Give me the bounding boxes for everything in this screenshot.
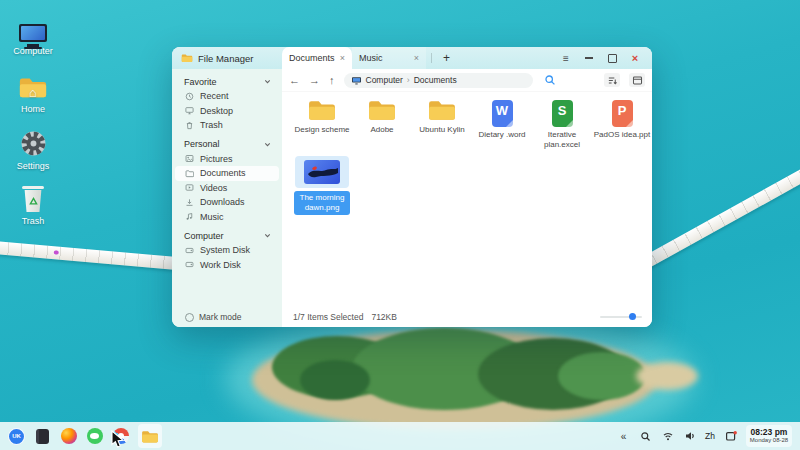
file-adobe[interactable]: Adobe bbox=[352, 98, 412, 150]
back-button[interactable]: ← bbox=[289, 75, 300, 86]
sidebar-section-favorite[interactable]: Favorite bbox=[172, 74, 282, 89]
panel-view-icon bbox=[632, 75, 643, 86]
sidebar-item-pictures[interactable]: Pictures bbox=[172, 152, 282, 167]
sidebar-section-personal[interactable]: Personal bbox=[172, 137, 282, 152]
window-menu-icon[interactable]: ≡ bbox=[560, 52, 572, 64]
folder-icon bbox=[185, 169, 194, 178]
sidebar-item-documents[interactable]: Documents bbox=[175, 166, 279, 181]
chevron-down-icon[interactable] bbox=[263, 231, 272, 240]
up-button[interactable]: ↑ bbox=[329, 75, 335, 86]
monitor-icon bbox=[185, 106, 194, 115]
desktop-icon-label: Settings bbox=[2, 161, 64, 171]
tab-close-icon[interactable]: × bbox=[340, 53, 345, 63]
sort-options-button[interactable] bbox=[604, 73, 620, 87]
settings-gear-icon bbox=[20, 130, 47, 157]
sidebar-item-work-disk[interactable]: Work Disk bbox=[172, 258, 282, 273]
disk-icon bbox=[185, 246, 194, 255]
image-icon bbox=[185, 154, 194, 163]
file-pados-idea-ppt[interactable]: P PadOS idea.ppt bbox=[592, 98, 652, 150]
file-dietary-word[interactable]: W Dietary .word bbox=[472, 98, 532, 150]
folder-icon bbox=[367, 98, 397, 122]
sort-icon bbox=[607, 75, 618, 86]
forward-button[interactable]: → bbox=[309, 75, 320, 86]
sidebar-item-trash[interactable]: Trash bbox=[172, 118, 282, 133]
taskbar-messenger[interactable] bbox=[86, 428, 103, 445]
taskbar-browser[interactable] bbox=[60, 428, 77, 445]
close-icon[interactable]: × bbox=[629, 52, 641, 64]
download-icon bbox=[185, 198, 194, 207]
tray-wifi-button[interactable] bbox=[661, 430, 674, 443]
folder-icon bbox=[427, 98, 457, 122]
tab-close-icon[interactable]: × bbox=[414, 53, 419, 63]
wallpaper-bridge-right bbox=[639, 157, 800, 270]
tray-collapse-button[interactable]: « bbox=[617, 430, 630, 443]
zoom-slider-thumb[interactable] bbox=[629, 313, 636, 320]
sidebar-item-desktop[interactable]: Desktop bbox=[172, 104, 282, 119]
wallpaper-island-trees bbox=[558, 352, 646, 400]
app-store-icon bbox=[36, 429, 49, 444]
chat-icon bbox=[87, 428, 103, 444]
minimize-icon[interactable] bbox=[583, 52, 595, 64]
desktop-icon-home[interactable]: ⌂ Home bbox=[2, 70, 64, 114]
desktop-icon-settings[interactable]: Settings bbox=[2, 127, 64, 171]
tray-search-button[interactable] bbox=[639, 430, 652, 443]
taskbar-app-store[interactable] bbox=[34, 428, 51, 445]
trash-icon bbox=[185, 121, 194, 130]
browser-icon bbox=[61, 428, 77, 444]
chevron-down-icon[interactable] bbox=[263, 77, 272, 86]
wallpaper-boat bbox=[54, 250, 59, 254]
tray-volume-button[interactable] bbox=[683, 430, 696, 443]
ubuntu-kylin-logo-icon: UK bbox=[8, 428, 25, 445]
taskbar-file-manager-active[interactable] bbox=[138, 424, 162, 448]
breadcrumb-root[interactable]: Computer bbox=[366, 75, 403, 85]
breadcrumb-separator: › bbox=[407, 75, 410, 85]
sidebar-section-computer[interactable]: Computer bbox=[172, 228, 282, 243]
desktop-icon-computer[interactable]: Computer bbox=[2, 12, 64, 56]
search-button[interactable] bbox=[544, 74, 556, 86]
titlebar[interactable]: File Manager Documents × Music × + ≡ × bbox=[172, 47, 652, 69]
wallpaper-bridge-left bbox=[0, 240, 187, 271]
tab-music[interactable]: Music × bbox=[352, 47, 426, 69]
maximize-icon[interactable] bbox=[606, 52, 618, 64]
sidebar-item-videos[interactable]: Videos bbox=[172, 181, 282, 196]
clock-time: 08:23 pm bbox=[751, 428, 788, 437]
trash-icon bbox=[22, 186, 44, 212]
word-file-icon: W bbox=[492, 100, 513, 127]
new-tab-button[interactable]: + bbox=[437, 51, 456, 65]
computer-icon bbox=[19, 24, 47, 42]
sidebar-item-system-disk[interactable]: System Disk bbox=[172, 243, 282, 258]
tab-label: Music bbox=[359, 53, 383, 63]
desktop-icon-label: Trash bbox=[2, 216, 64, 226]
file-design-scheme[interactable]: Design scheme bbox=[292, 98, 352, 150]
file-morning-dawn-selected[interactable]: The morning dawn.png bbox=[292, 156, 352, 215]
selected-thumbnail-highlight bbox=[295, 156, 349, 188]
music-icon bbox=[185, 212, 194, 221]
video-icon bbox=[185, 183, 194, 192]
zoom-slider[interactable] bbox=[600, 316, 642, 318]
tab-documents[interactable]: Documents × bbox=[282, 47, 352, 69]
language-indicator[interactable]: Zh bbox=[705, 431, 715, 441]
desktop-icon-trash[interactable]: Trash bbox=[2, 182, 64, 226]
file-iterative-plan-excel[interactable]: S Iterative plan.excel bbox=[532, 98, 592, 150]
chevron-down-icon[interactable] bbox=[263, 140, 272, 149]
wifi-icon bbox=[662, 430, 674, 442]
clock-widget[interactable]: 08:23 pm Monday 08-28 bbox=[746, 425, 792, 447]
sidebar-item-downloads[interactable]: Downloads bbox=[172, 195, 282, 210]
file-ubuntu-kylin[interactable]: Ubuntu Kylin bbox=[412, 98, 472, 150]
ppt-file-icon: P bbox=[612, 100, 633, 127]
window-controls: ≡ × bbox=[560, 47, 652, 69]
sidebar-item-music[interactable]: Music bbox=[172, 210, 282, 225]
breadcrumb-current[interactable]: Documents bbox=[414, 75, 457, 85]
mark-mode-icon bbox=[185, 313, 194, 322]
excel-file-icon: S bbox=[552, 100, 573, 127]
sidebar-item-recent[interactable]: Recent bbox=[172, 89, 282, 104]
system-tray: « Zh 08:23 pm Monday 08-28 bbox=[617, 425, 792, 447]
tray-notification-button[interactable] bbox=[724, 430, 737, 443]
address-bar[interactable]: Computer › Documents bbox=[344, 73, 533, 88]
start-menu-button[interactable]: UK bbox=[8, 428, 25, 445]
view-mode-button[interactable] bbox=[629, 73, 645, 87]
desktop-icon-label: Home bbox=[2, 104, 64, 114]
home-folder-icon: ⌂ bbox=[18, 75, 48, 100]
folder-icon bbox=[141, 429, 159, 444]
mark-mode-toggle[interactable]: Mark mode bbox=[172, 307, 282, 327]
